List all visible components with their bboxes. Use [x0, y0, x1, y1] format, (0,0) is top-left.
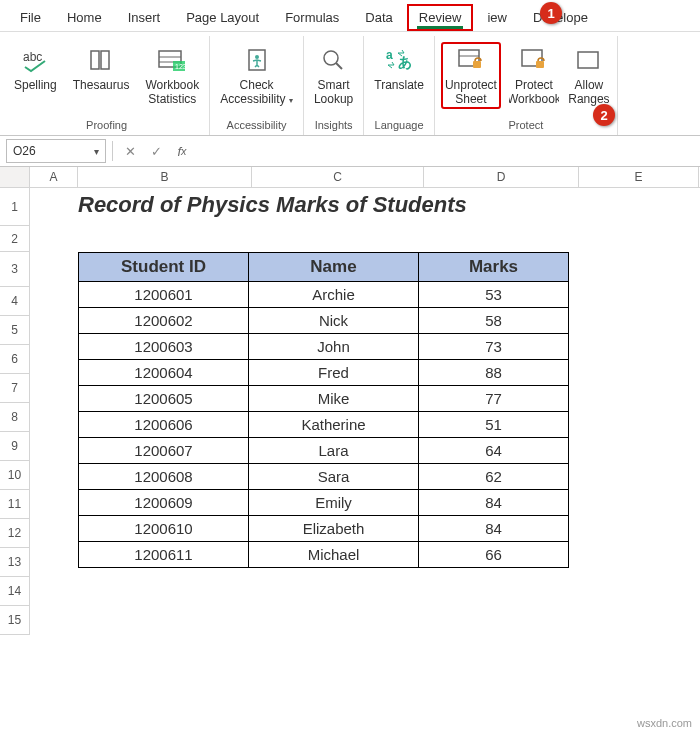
svg-point-10 [324, 51, 338, 65]
row-header-6[interactable]: 6 [0, 345, 30, 374]
table-cell[interactable]: Archie [249, 282, 419, 308]
tab-review[interactable]: Review [407, 4, 474, 31]
cancel-formula-icon: ✕ [119, 140, 141, 162]
callout-badge-2: 2 [593, 104, 615, 126]
column-header-B[interactable]: B [78, 167, 252, 187]
thesaurus-icon [85, 44, 117, 76]
table-cell[interactable]: 66 [419, 542, 569, 568]
table-cell[interactable]: 1200605 [79, 386, 249, 412]
row-header-15[interactable]: 15 [0, 606, 30, 635]
table-header: Name [249, 253, 419, 282]
table-cell[interactable]: 58 [419, 308, 569, 334]
smart-lookup-button[interactable]: Smart Lookup [310, 42, 357, 109]
tab-view[interactable]: iew [475, 4, 519, 31]
row-headers: 123456789101112131415 [0, 188, 30, 635]
table-cell[interactable]: Lara [249, 438, 419, 464]
group-language: aあ Translate Language [364, 36, 435, 135]
fx-icon[interactable]: fx [171, 140, 193, 162]
table-cell[interactable]: Emily [249, 490, 419, 516]
table-cell[interactable]: Michael [249, 542, 419, 568]
table-cell[interactable]: Katherine [249, 412, 419, 438]
tab-file[interactable]: File [8, 4, 53, 31]
table-cell[interactable]: 73 [419, 334, 569, 360]
column-header-E[interactable]: E [579, 167, 699, 187]
tab-page-layout[interactable]: Page Layout [174, 4, 271, 31]
row-header-3[interactable]: 3 [0, 252, 30, 287]
table-cell[interactable]: 1200606 [79, 412, 249, 438]
svg-text:123: 123 [175, 63, 187, 70]
row-header-9[interactable]: 9 [0, 432, 30, 461]
row-header-12[interactable]: 12 [0, 519, 30, 548]
select-all-corner[interactable] [0, 167, 30, 187]
ribbon-tabs: 1 FileHomeInsertPage LayoutFormulasDataR… [0, 0, 700, 32]
table-cell[interactable]: 1200608 [79, 464, 249, 490]
row-header-4[interactable]: 4 [0, 287, 30, 316]
table-cell[interactable]: 84 [419, 516, 569, 542]
chevron-down-icon[interactable]: ▾ [94, 146, 99, 157]
tab-formulas[interactable]: Formulas [273, 4, 351, 31]
table-cell[interactable]: 64 [419, 438, 569, 464]
column-header-C[interactable]: C [252, 167, 424, 187]
worksheet-grid: ABCDE 123456789101112131415 Record of Ph… [0, 167, 700, 635]
table-cell[interactable]: 1200604 [79, 360, 249, 386]
protect-workbook-icon [518, 44, 550, 76]
allow-ranges-button[interactable]: Allow Ranges [567, 42, 611, 109]
cells-area[interactable]: Record of Physics Marks of Students Stud… [30, 188, 700, 635]
translate-button[interactable]: aあ Translate [370, 42, 428, 94]
row-header-11[interactable]: 11 [0, 490, 30, 519]
table-cell[interactable]: 1200611 [79, 542, 249, 568]
table-cell[interactable]: Elizabeth [249, 516, 419, 542]
row-header-10[interactable]: 10 [0, 461, 30, 490]
formula-bar-row: O26 ▾ ✕ ✓ fx [0, 136, 700, 167]
column-header-D[interactable]: D [424, 167, 579, 187]
table-cell[interactable]: 53 [419, 282, 569, 308]
allow-icon [573, 44, 605, 76]
svg-rect-1 [91, 51, 99, 69]
spelling-button[interactable]: abc Spelling [10, 42, 61, 94]
table-cell[interactable]: 1200603 [79, 334, 249, 360]
table-cell[interactable]: 88 [419, 360, 569, 386]
row-header-13[interactable]: 13 [0, 548, 30, 577]
row-header-2[interactable]: 2 [0, 226, 30, 252]
row-header-14[interactable]: 14 [0, 577, 30, 606]
callout-badge-1: 1 [540, 2, 562, 24]
workbook-statistics-button[interactable]: 123 Workbook Statistics [141, 42, 203, 109]
table-cell[interactable]: Mike [249, 386, 419, 412]
unprotect-sheet-button[interactable]: Unprotect Sheet [441, 42, 501, 109]
table-cell[interactable]: 62 [419, 464, 569, 490]
thesaurus-button[interactable]: Thesaurus [69, 42, 134, 94]
table-cell[interactable]: Fred [249, 360, 419, 386]
tab-insert[interactable]: Insert [116, 4, 173, 31]
table-cell[interactable]: John [249, 334, 419, 360]
svg-rect-16 [473, 61, 481, 68]
column-header-A[interactable]: A [30, 167, 78, 187]
table-row: 1200606Katherine51 [79, 412, 569, 438]
check-accessibility-button[interactable]: Check Accessibility ▾ [216, 42, 297, 109]
protect-workbook-button[interactable]: Protect Workbook [509, 42, 559, 109]
svg-line-11 [336, 63, 342, 69]
row-header-7[interactable]: 7 [0, 374, 30, 403]
row-header-5[interactable]: 5 [0, 316, 30, 345]
table-cell[interactable]: 1200609 [79, 490, 249, 516]
unprotect-sheet-icon [455, 44, 487, 76]
sheet-title: Record of Physics Marks of Students [78, 192, 467, 218]
table-cell[interactable]: Sara [249, 464, 419, 490]
tab-data[interactable]: Data [353, 4, 404, 31]
svg-text:a: a [386, 48, 393, 62]
tab-home[interactable]: Home [55, 4, 114, 31]
name-box[interactable]: O26 ▾ [6, 139, 106, 163]
table-cell[interactable]: 1200607 [79, 438, 249, 464]
svg-text:あ: あ [398, 54, 412, 70]
table-header: Student ID [79, 253, 249, 282]
table-cell[interactable]: 77 [419, 386, 569, 412]
table-cell[interactable]: 1200602 [79, 308, 249, 334]
table-cell[interactable]: Nick [249, 308, 419, 334]
spelling-icon: abc [19, 44, 51, 76]
row-header-8[interactable]: 8 [0, 403, 30, 432]
table-cell[interactable]: 51 [419, 412, 569, 438]
table-cell[interactable]: 1200601 [79, 282, 249, 308]
group-label-protect: Protect [441, 117, 611, 135]
row-header-1[interactable]: 1 [0, 188, 30, 226]
table-cell[interactable]: 84 [419, 490, 569, 516]
table-cell[interactable]: 1200610 [79, 516, 249, 542]
